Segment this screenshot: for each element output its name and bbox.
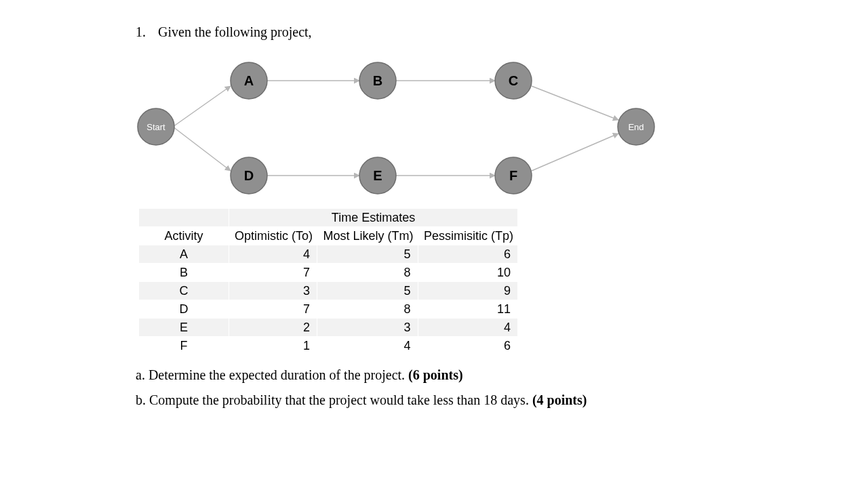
col-header-optimistic: Optimistic (To) — [229, 227, 317, 245]
cell-tm: 8 — [317, 300, 418, 319]
subquestion-a: a. Determine the expected duration of th… — [136, 367, 732, 383]
node-e: E — [359, 157, 396, 194]
col-header-activity: Activity — [139, 227, 229, 245]
cell-tm: 4 — [317, 337, 418, 355]
cell-to: 4 — [229, 245, 317, 264]
table-row: E234 — [139, 319, 518, 337]
project-network-diagram: Start A B C D — [136, 52, 665, 201]
svg-text:B: B — [373, 73, 382, 88]
subq-a-prefix: a. — [136, 367, 149, 382]
table-row: D7811 — [139, 300, 518, 319]
cell-to: 3 — [229, 282, 317, 300]
question-number: 1. — [136, 24, 155, 40]
edge-f-end — [532, 134, 618, 171]
subq-b-text: Compute the probability that the project… — [149, 392, 532, 407]
cell-tm: 5 — [317, 282, 418, 300]
table-row: A456 — [139, 245, 518, 264]
table-row: C359 — [139, 282, 518, 300]
cell-to: 1 — [229, 337, 317, 355]
node-b: B — [359, 62, 396, 99]
svg-text:E: E — [373, 168, 382, 183]
node-d: D — [231, 157, 267, 194]
col-header-most-likely: Most Likely (Tm) — [317, 227, 418, 245]
svg-text:Start: Start — [146, 122, 165, 132]
time-estimates-table: Time Estimates Activity Optimistic (To) … — [138, 208, 518, 355]
table-row: B7810 — [139, 264, 518, 282]
cell-tp: 4 — [418, 319, 517, 337]
cell-activity: D — [139, 300, 229, 319]
cell-tm: 3 — [317, 319, 418, 337]
cell-activity: F — [139, 337, 229, 355]
cell-to: 7 — [229, 300, 317, 319]
node-c: C — [495, 62, 532, 99]
cell-to: 2 — [229, 319, 317, 337]
svg-text:End: End — [628, 122, 644, 132]
svg-text:A: A — [244, 73, 254, 88]
edge-start-d — [173, 127, 231, 171]
table-row: F146 — [139, 337, 518, 355]
edge-c-end — [532, 86, 618, 120]
cell-activity: B — [139, 264, 229, 282]
node-end: End — [618, 108, 654, 145]
table-header-blank — [139, 209, 229, 227]
edge-start-a — [173, 86, 231, 127]
question-text: Given the following project, — [158, 24, 312, 39]
node-a: A — [231, 62, 267, 99]
cell-tp: 11 — [418, 300, 517, 319]
cell-activity: A — [139, 245, 229, 264]
cell-tm: 5 — [317, 245, 418, 264]
cell-tp: 9 — [418, 282, 517, 300]
question-prompt: 1. Given the following project, — [136, 24, 732, 40]
svg-text:D: D — [244, 168, 254, 183]
col-header-pessimistic: Pessimisitic (Tp) — [418, 227, 517, 245]
cell-activity: C — [139, 282, 229, 300]
svg-text:F: F — [509, 168, 517, 183]
svg-text:C: C — [509, 73, 518, 88]
cell-activity: E — [139, 319, 229, 337]
subq-a-points: (6 points) — [408, 367, 463, 382]
subq-b-points: (4 points) — [532, 392, 587, 407]
node-f: F — [495, 157, 532, 194]
subquestion-b: b. Compute the probability that the proj… — [136, 392, 732, 408]
subq-a-text: Determine the expected duration of the p… — [149, 367, 408, 382]
cell-tp: 6 — [418, 245, 517, 264]
cell-to: 7 — [229, 264, 317, 282]
subq-b-prefix: b. — [136, 392, 149, 407]
table-header-time-estimates: Time Estimates — [229, 209, 518, 227]
cell-tm: 8 — [317, 264, 418, 282]
node-start: Start — [138, 108, 174, 145]
cell-tp: 10 — [418, 264, 517, 282]
cell-tp: 6 — [418, 337, 517, 355]
